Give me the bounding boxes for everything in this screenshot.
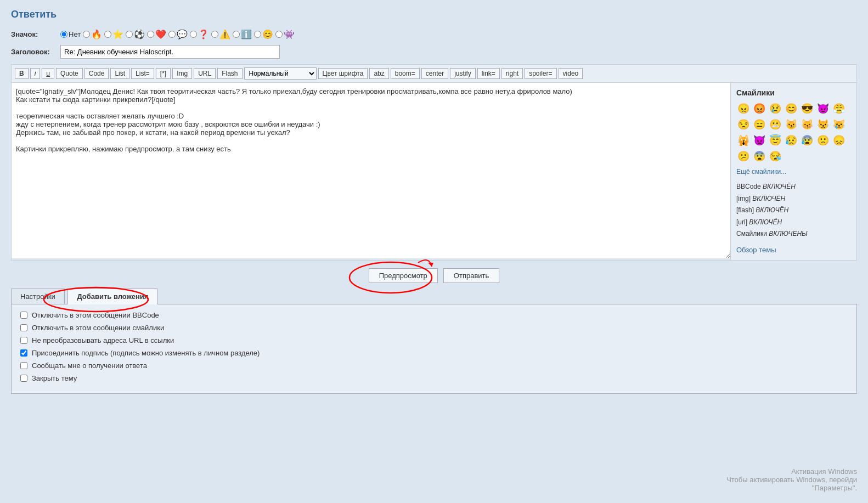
disable-url-label[interactable]: Не преобразовывать адреса URL в ссылки <box>32 336 174 344</box>
quote-button[interactable]: Quote <box>56 68 83 79</box>
asterisk-button[interactable]: [*] <box>156 68 171 79</box>
smiley-item[interactable]: 😿 <box>832 117 846 132</box>
bold-button[interactable]: B <box>15 68 29 79</box>
list-button[interactable]: List <box>110 68 129 79</box>
disable-bbcode-checkbox[interactable] <box>20 312 27 319</box>
smiley-item[interactable]: 😒 <box>736 117 751 132</box>
font-select[interactable]: Нормальный Arial Courier New Times New R… <box>244 67 317 80</box>
setting-attach-signature: Присоединить подпись (подпись можно изме… <box>20 349 848 357</box>
close-topic-checkbox[interactable] <box>20 375 27 382</box>
more-smileys-link[interactable]: Ещё смайлики... <box>736 168 851 176</box>
windows-activation-subtitle: Чтобы активировать Windows, перейди <box>726 476 857 484</box>
img-value: ВКЛЮЧЁН <box>752 195 785 202</box>
editor-area: [quote="Ignatiy_slv"]Молодец Денис! Как … <box>11 83 857 261</box>
italic-button[interactable]: i <box>30 68 41 79</box>
attach-signature-label[interactable]: Присоединить подпись (подпись можно изме… <box>32 349 260 357</box>
url-label: [url] <box>736 218 749 226</box>
font-color-button[interactable]: Цвет шрифта <box>318 68 368 79</box>
smiley-item[interactable]: 🙁 <box>816 133 830 148</box>
justify-button[interactable]: justify <box>450 68 476 79</box>
smileys-title: Смайлики <box>736 88 851 97</box>
smiley-item[interactable]: 😾 <box>816 117 830 132</box>
smiley-item[interactable]: 😤 <box>832 101 846 116</box>
smiley-item[interactable]: 😊 <box>784 101 798 116</box>
action-area: Предпросмотр Отправить <box>11 268 857 283</box>
smiley-item[interactable]: 😰 <box>800 133 814 148</box>
smiley-item[interactable]: 🙀 <box>736 133 751 148</box>
link-button[interactable]: link= <box>477 68 500 79</box>
smiley-item[interactable]: 😼 <box>784 117 798 132</box>
icon-options: Нет 🔥 ⭐ ⚽ ❤️ 💬 ❓ ⚠️ ℹ️ 😊 👾 <box>60 29 295 39</box>
icon-none-label: Нет <box>69 30 81 38</box>
smiley-item[interactable]: 😨 <box>752 149 766 163</box>
smiley-item[interactable]: 😢 <box>768 101 782 116</box>
smiley-item[interactable]: 😪 <box>768 149 782 163</box>
disable-url-checkbox[interactable] <box>20 337 27 344</box>
preview-button[interactable]: Предпросмотр <box>369 268 438 283</box>
attach-signature-checkbox[interactable] <box>20 349 27 357</box>
windows-activation: Активация Windows Чтобы активировать Win… <box>726 467 857 492</box>
formatting-toolbar: B i u Quote Code List List= [*] Img URL … <box>11 64 857 83</box>
url-button[interactable]: URL <box>194 68 216 79</box>
smileys-panel: Смайлики 😠 😡 😢 😊 😎 😈 😤 😒 😑 😬 😼 😽 😾 😿 🙀 👿 <box>731 83 857 261</box>
notify-checkbox[interactable] <box>20 362 27 369</box>
list-equal-button[interactable]: List= <box>131 68 154 79</box>
underline-button[interactable]: u <box>42 68 54 79</box>
disable-bbcode-label[interactable]: Отключить в этом сообщении BBCode <box>32 311 159 319</box>
smileys-grid: 😠 😡 😢 😊 😎 😈 😤 😒 😑 😬 😼 😽 😾 😿 🙀 👿 😇 😥 😰 <box>736 101 851 163</box>
spoiler-button[interactable]: spoiler= <box>525 68 556 79</box>
center-button[interactable]: center <box>421 68 448 79</box>
smiley-item[interactable]: 😕 <box>736 149 751 163</box>
smiley-item[interactable]: 😽 <box>800 117 814 132</box>
bbcode-label: BBCode <box>736 183 763 190</box>
windows-activation-suffix: "Параметры". <box>726 484 857 492</box>
smiley-item[interactable]: 😬 <box>768 117 782 132</box>
disable-smileys-checkbox[interactable] <box>20 324 27 331</box>
smiley-item[interactable]: 😠 <box>736 101 751 116</box>
abz-button[interactable]: abz <box>369 68 388 79</box>
smiley-item[interactable]: 😞 <box>832 133 846 148</box>
smiley-item[interactable]: 😈 <box>816 101 830 116</box>
url-value: ВКЛЮЧЁН <box>749 218 782 226</box>
subject-input[interactable] <box>60 45 280 59</box>
flash-label: [flash] <box>736 206 756 214</box>
smiley-item[interactable]: 😥 <box>784 133 798 148</box>
settings-tab[interactable]: Настройки <box>11 289 65 304</box>
smiley-item[interactable]: 😑 <box>752 117 766 132</box>
svg-marker-1 <box>428 263 433 267</box>
setting-disable-bbcode: Отключить в этом сообщении BBCode <box>20 311 848 319</box>
settings-panel: Отключить в этом сообщении BBCode Отключ… <box>11 304 857 394</box>
tabs-row: Настройки Добавить вложения <box>11 289 857 304</box>
notify-label[interactable]: Сообщать мне о получении ответа <box>32 361 147 370</box>
subject-label: Заголовок: <box>11 48 60 56</box>
smiley-item[interactable]: 😡 <box>752 101 766 116</box>
smiley-item[interactable]: 👿 <box>752 133 766 148</box>
smileys-label: Смайлики <box>736 230 769 238</box>
icon-none[interactable]: Нет <box>60 30 81 38</box>
smiley-item[interactable]: 😇 <box>768 133 782 148</box>
right-button[interactable]: right <box>501 68 523 79</box>
code-button[interactable]: Code <box>84 68 109 79</box>
subject-row: Заголовок: <box>11 45 857 59</box>
message-body[interactable]: [quote="Ignatiy_slv"]Молодец Денис! Как … <box>12 83 730 258</box>
bbcode-info: BBCode ВКЛЮЧЁН [img] ВКЛЮЧЁН [flash] ВКЛ… <box>736 181 851 240</box>
img-label: [img] <box>736 195 752 202</box>
smiley-item[interactable]: 😎 <box>800 101 814 116</box>
disable-smileys-label[interactable]: Отключить в этом сообщении смайлики <box>32 324 164 332</box>
img-button[interactable]: Img <box>172 68 192 79</box>
smileys-value: ВКЛЮЧЕНЫ <box>769 230 807 238</box>
boom-button[interactable]: boom= <box>391 68 420 79</box>
page-title: Ответить <box>11 9 857 20</box>
setting-disable-smileys: Отключить в этом сообщении смайлики <box>20 324 848 332</box>
bbcode-value: ВКЛЮЧЁН <box>763 183 796 190</box>
topic-review-link[interactable]: Обзор темы <box>736 246 851 254</box>
action-row: Предпросмотр Отправить <box>11 268 857 283</box>
close-topic-label[interactable]: Закрыть тему <box>32 374 77 382</box>
submit-button[interactable]: Отправить <box>443 268 499 283</box>
text-editor: [quote="Ignatiy_slv"]Молодец Денис! Как … <box>11 83 731 261</box>
flash-button[interactable]: Flash <box>217 68 242 79</box>
attachments-tab[interactable]: Добавить вложения <box>67 289 157 304</box>
icon-label: Значок: <box>11 30 60 38</box>
setting-close-topic: Закрыть тему <box>20 374 848 382</box>
video-button[interactable]: video <box>559 68 583 79</box>
